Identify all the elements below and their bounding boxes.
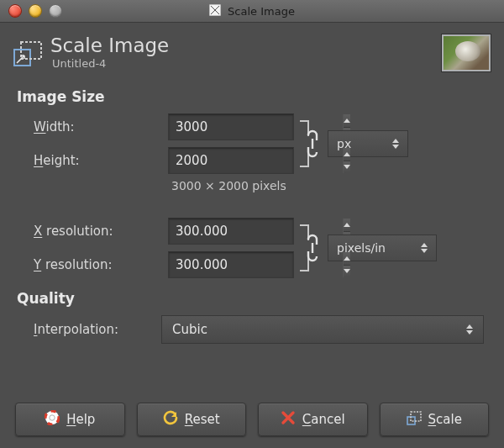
image-size-grid: Width: px He [34,113,489,278]
help-button-label: Help [66,412,95,427]
section-image-size: Image Size [17,88,489,105]
titlebar: Scale Image [0,0,504,23]
interpolation-value: Cubic [172,322,207,337]
zoom-window-button[interactable] [49,4,62,18]
updown-icon [392,139,399,149]
pixel-dimensions-hint: 3000 × 2000 pixels [171,179,437,192]
svg-line-1 [211,6,219,14]
window-title: Scale Image [228,5,295,18]
height-down-button[interactable] [344,161,350,174]
height-spinner[interactable] [168,147,294,174]
dialog-subtitle: Untitled-4 [52,57,169,70]
updown-icon [421,243,428,253]
image-thumbnail [442,34,491,71]
yres-input[interactable] [169,252,343,277]
xres-up-button[interactable] [344,219,350,232]
yres-down-button[interactable] [344,266,350,278]
window-title-group: Scale Image [0,4,504,18]
height-input[interactable] [169,148,343,173]
width-up-button[interactable] [344,114,350,128]
window-controls [8,4,62,18]
xres-label: X resolution: [34,224,168,239]
cancel-button[interactable]: Cancel [258,403,368,436]
updown-icon [466,324,473,335]
xres-spinner[interactable] [168,218,294,245]
interpolation-label: Interpolation: [34,322,150,337]
yres-spinner[interactable] [168,251,294,278]
reset-button[interactable]: Reset [137,403,247,436]
cancel-button-label: Cancel [302,412,345,427]
minimize-window-button[interactable] [29,4,42,18]
svg-line-2 [211,6,219,14]
cancel-icon [281,410,296,429]
scale-button[interactable]: Scale [380,403,490,436]
reset-icon [163,410,178,429]
width-spinner[interactable] [168,113,294,140]
scale-icon [407,410,422,429]
help-button[interactable]: Help [15,403,125,436]
yres-up-button[interactable] [344,252,350,266]
dialog-buttons: Help Reset Cancel Scale [0,403,504,436]
section-quality: Quality [17,290,489,307]
width-label: Width: [34,119,168,134]
close-window-button[interactable] [8,4,22,18]
scale-image-icon [13,38,42,66]
svg-rect-0 [209,4,221,16]
help-icon [45,410,60,429]
interpolation-select[interactable]: Cubic [161,315,484,344]
app-icon [209,4,221,18]
reset-button-label: Reset [185,412,220,427]
height-up-button[interactable] [344,148,350,161]
svg-point-9 [50,415,55,420]
yres-label: Y resolution: [34,257,168,272]
dialog-title: Scale Image [50,36,169,55]
height-label: Height: [34,153,168,168]
scale-button-label: Scale [428,412,462,427]
dialog-header: Scale Image Untitled-4 [0,23,504,76]
